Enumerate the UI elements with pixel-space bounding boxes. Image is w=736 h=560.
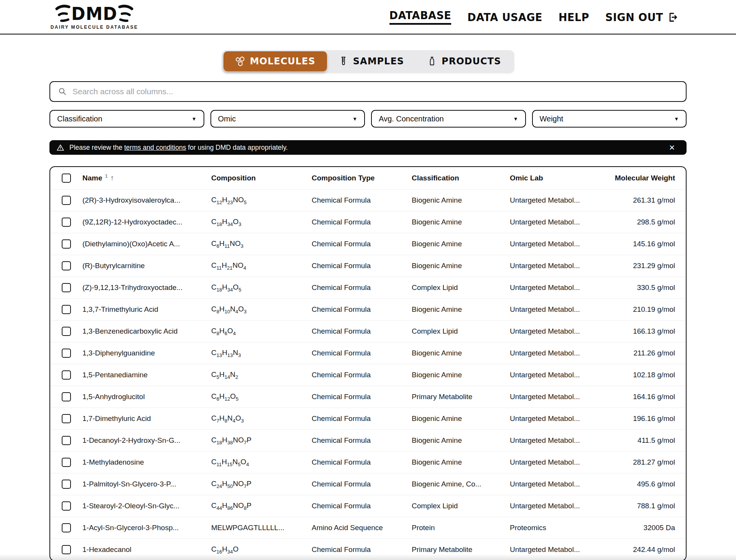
test-tube-icon bbox=[338, 56, 348, 66]
row-checkbox[interactable] bbox=[62, 436, 71, 445]
milk-splash-right-icon bbox=[118, 4, 134, 24]
tab-products[interactable]: PRODUCTS bbox=[416, 51, 513, 71]
cell-classification: Biogenic Amine bbox=[412, 458, 510, 467]
row-checkbox-cell bbox=[50, 305, 82, 314]
filter-avg-concentration-label: Avg. Concentration bbox=[379, 115, 444, 123]
row-checkbox[interactable] bbox=[62, 261, 71, 270]
nav-item-sign-out[interactable]: SIGN OUT bbox=[605, 10, 678, 23]
filter-classification[interactable]: Classification ▼ bbox=[49, 110, 204, 128]
terms-banner: Please review the terms and conditions f… bbox=[49, 140, 687, 155]
cell-omic-lab: Untargeted Metabol... bbox=[510, 196, 602, 205]
cell-classification: Complex Lipid bbox=[412, 502, 510, 510]
cell-composition-type: Chemical Formula bbox=[312, 393, 412, 401]
cell-omic-lab: Untargeted Metabol... bbox=[510, 240, 602, 248]
cell-composition: C11H15N5O4 bbox=[211, 458, 312, 467]
filter-omic[interactable]: Omic ▼ bbox=[210, 110, 365, 128]
cell-molecular-weight: 102.18 g/mol bbox=[602, 371, 686, 379]
search-input[interactable] bbox=[72, 87, 678, 96]
cell-classification: Primary Metabolite bbox=[412, 545, 510, 554]
column-header-molecular-weight[interactable]: Molecular Weight bbox=[602, 174, 686, 182]
cell-composition-type: Chemical Formula bbox=[312, 502, 412, 510]
row-checkbox-cell bbox=[50, 349, 82, 358]
nav-item-database[interactable]: DATABASE bbox=[389, 9, 452, 25]
table-row: 1,5-PentanediamineC5H14N2Chemical Formul… bbox=[50, 364, 686, 386]
row-checkbox[interactable] bbox=[62, 392, 71, 401]
row-checkbox-cell bbox=[50, 196, 82, 205]
cell-composition: C16H34O bbox=[211, 545, 312, 555]
cell-molecular-weight: 281.27 g/mol bbox=[602, 458, 686, 467]
cell-omic-lab: Untargeted Metabol... bbox=[510, 283, 602, 292]
row-checkbox[interactable] bbox=[62, 501, 71, 511]
cell-classification: Biogenic Amine bbox=[412, 371, 510, 379]
row-checkbox[interactable] bbox=[62, 196, 71, 205]
terms-and-conditions-link[interactable]: terms and conditions bbox=[124, 144, 186, 151]
table-header-row: Name 1 ↑ Composition Composition Type Cl… bbox=[50, 167, 686, 189]
main-content: Classification ▼ Omic ▼ Avg. Concentrati… bbox=[49, 81, 687, 560]
cell-composition: C24H50NO7P bbox=[211, 480, 312, 489]
banner-close-button[interactable]: ✕ bbox=[664, 144, 680, 151]
nav-item-data-usage[interactable]: DATA USAGE bbox=[467, 10, 542, 23]
table-body: (2R)-3-Hydroxyisovaleroylca...C12H23NO5C… bbox=[50, 189, 686, 560]
row-checkbox-cell bbox=[50, 392, 82, 401]
column-header-composition[interactable]: Composition bbox=[211, 174, 312, 182]
row-checkbox[interactable] bbox=[62, 305, 71, 314]
cell-name: 1,5-Anhydroglucitol bbox=[82, 393, 211, 401]
tab-samples[interactable]: SAMPLES bbox=[327, 51, 416, 71]
cell-name: 1,5-Pentanediamine bbox=[82, 371, 211, 379]
row-checkbox[interactable] bbox=[62, 480, 71, 489]
table-row: 1-Decanoyl-2-Hydroxy-Sn-G...C18H38NO7PCh… bbox=[50, 429, 686, 451]
nav-item-help[interactable]: HELP bbox=[559, 10, 589, 23]
row-checkbox-cell bbox=[50, 458, 82, 467]
cell-name: 1,3-Benzenedicarboxylic Acid bbox=[82, 327, 211, 336]
sort-ascending-icon[interactable]: ↑ bbox=[110, 174, 114, 182]
brand-tagline: DAIRY MOLECULE DATABASE bbox=[51, 25, 138, 30]
row-checkbox[interactable] bbox=[62, 218, 71, 227]
row-checkbox[interactable] bbox=[62, 327, 71, 336]
cell-name: (2R)-3-Hydroxyisovaleroylca... bbox=[82, 196, 211, 205]
column-header-name[interactable]: Name 1 ↑ bbox=[82, 174, 211, 182]
chevron-down-icon: ▼ bbox=[513, 116, 518, 122]
column-header-omic-lab[interactable]: Omic Lab bbox=[510, 174, 602, 182]
cell-composition-type: Chemical Formula bbox=[312, 545, 412, 554]
table-row: 1-MethyladenosineC11H15N5O4Chemical Form… bbox=[50, 451, 686, 473]
site-header: DMD DAIRY MOLECULE DATABASE DATABASE DAT… bbox=[0, 0, 736, 34]
tab-molecules-label: MOLECULES bbox=[250, 56, 315, 67]
cell-molecular-weight: 211.26 g/mol bbox=[602, 349, 686, 357]
cell-composition: MELWPGAGTLLLLL... bbox=[211, 524, 312, 532]
row-checkbox[interactable] bbox=[62, 349, 71, 358]
cell-classification: Biogenic Amine bbox=[412, 218, 510, 226]
filter-weight-label: Weight bbox=[540, 115, 564, 123]
row-checkbox-cell bbox=[50, 261, 82, 270]
brand-name: DMD bbox=[71, 5, 117, 23]
cell-name: 1-Hexadecanol bbox=[82, 545, 211, 554]
table-row: 1,7-Dimethyluric AcidC7H8N4O3Chemical Fo… bbox=[50, 408, 686, 429]
filter-classification-label: Classification bbox=[57, 115, 102, 123]
filter-row: Classification ▼ Omic ▼ Avg. Concentrati… bbox=[49, 110, 687, 128]
filter-avg-concentration[interactable]: Avg. Concentration ▼ bbox=[371, 110, 526, 128]
select-all-checkbox[interactable] bbox=[62, 174, 71, 183]
row-checkbox[interactable] bbox=[62, 523, 71, 532]
global-search bbox=[49, 81, 687, 102]
cell-omic-lab: Untargeted Metabol... bbox=[510, 393, 602, 401]
cell-name: (Z)-9,12,13-Trihydroxyoctade... bbox=[82, 283, 211, 292]
row-checkbox[interactable] bbox=[62, 458, 71, 467]
entity-tabs: MOLECULES SAMPLES PRODUCTS bbox=[0, 50, 736, 72]
cell-omic-lab: Untargeted Metabol... bbox=[510, 436, 602, 445]
row-checkbox[interactable] bbox=[62, 545, 71, 554]
terms-banner-message: Please review the terms and conditions f… bbox=[69, 144, 659, 152]
row-checkbox[interactable] bbox=[62, 239, 71, 249]
cell-name: 1-Acyl-Sn-Glycerol-3-Phosp... bbox=[82, 524, 211, 532]
tab-molecules[interactable]: MOLECULES bbox=[223, 51, 327, 71]
row-checkbox[interactable] bbox=[62, 414, 71, 423]
row-checkbox[interactable] bbox=[62, 283, 71, 292]
table-row: 1,5-AnhydroglucitolC6H12O5Chemical Formu… bbox=[50, 386, 686, 408]
cell-omic-lab: Untargeted Metabol... bbox=[510, 480, 602, 488]
cell-omic-lab: Untargeted Metabol... bbox=[510, 327, 602, 336]
column-header-classification[interactable]: Classification bbox=[412, 174, 510, 182]
column-header-composition-type[interactable]: Composition Type bbox=[312, 174, 412, 182]
row-checkbox[interactable] bbox=[62, 370, 71, 380]
cell-omic-lab: Untargeted Metabol... bbox=[510, 218, 602, 226]
cell-composition: C8H6O4 bbox=[211, 327, 312, 336]
cell-name: 1-Decanoyl-2-Hydroxy-Sn-G... bbox=[82, 436, 211, 445]
filter-weight[interactable]: Weight ▼ bbox=[532, 110, 687, 128]
